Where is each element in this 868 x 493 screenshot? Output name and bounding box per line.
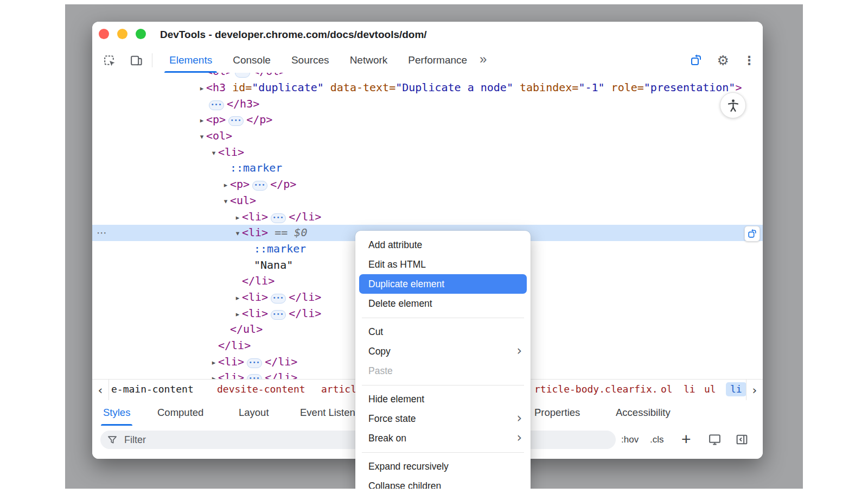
menu-item-delete-element[interactable]: Delete element [355, 294, 531, 313]
collapsed-arrow-icon[interactable]: ▸ [233, 306, 242, 323]
collapsed-arrow-icon[interactable]: ▸ [197, 80, 206, 97]
breadcrumb-scroll-left-icon[interactable]: ‹ [92, 380, 109, 400]
scroll-into-view-badge-icon[interactable] [744, 226, 760, 242]
dom-row-content: ::marker [230, 161, 282, 174]
dom-row[interactable]: <ol>•••</ol> [92, 73, 763, 80]
code-token: <ul> [230, 194, 256, 207]
collapsed-arrow-icon[interactable]: ▸ [209, 355, 218, 371]
code-token: <li> [242, 290, 268, 304]
collapsed-arrow-icon[interactable]: ▸ [209, 370, 218, 379]
inline-ellipsis-icon[interactable]: ••• [271, 310, 286, 320]
dom-row-content: "Nana" [254, 258, 293, 271]
collapsed-arrow-icon[interactable]: ▸ [233, 210, 242, 226]
desktop-backdrop: DevTools - developer.chrome.com/docs/dev… [65, 4, 803, 489]
pane-tab-properties[interactable]: Properties [534, 400, 580, 426]
pane-tab-layout[interactable]: Layout [239, 400, 269, 426]
dom-row[interactable]: ▾<li> [92, 144, 763, 161]
element-overlay-icon[interactable] [689, 53, 703, 67]
menu-item-copy[interactable]: Copy› [355, 342, 531, 361]
expanded-arrow-icon[interactable]: ▾ [197, 129, 206, 145]
kebab-menu-icon[interactable]: ⋮ [743, 54, 755, 67]
code-token: </ol> [253, 73, 285, 78]
more-tabs-icon[interactable]: » [480, 52, 487, 67]
breadcrumb-item-e-main-content[interactable]: e-main-content [111, 380, 194, 399]
inline-ellipsis-icon[interactable]: ••• [235, 73, 250, 78]
new-style-rule-icon[interactable]: + [681, 426, 691, 454]
menu-item-label: Paste [368, 365, 393, 376]
dom-row[interactable]: ▾<ul> [92, 193, 763, 209]
close-button[interactable] [99, 29, 109, 39]
inline-ellipsis-icon[interactable]: ••• [271, 213, 286, 223]
dom-row-content: ▾<ol> [206, 129, 232, 142]
minimize-button[interactable] [117, 29, 127, 39]
breadcrumb-item-ul[interactable]: ul [704, 380, 716, 399]
dom-row[interactable]: ▸<li>•••</li> [92, 209, 763, 225]
dom-row-content: ▸<li>•••</li> [242, 210, 321, 223]
dom-row[interactable]: ▸<h3 id="duplicate" data-text="Duplicate… [92, 80, 763, 96]
inline-ellipsis-icon[interactable]: ••• [209, 100, 224, 110]
expanded-arrow-icon[interactable]: ▾ [209, 145, 218, 161]
code-token: ::marker [230, 161, 282, 174]
menu-item-label: Edit as HTML [368, 259, 426, 270]
device-toolbar-icon[interactable] [129, 53, 143, 67]
row-overflow-menu-icon[interactable]: ⋯ [97, 225, 107, 241]
dom-row-content: ▸<li>•••</li> [218, 355, 297, 368]
dom-row[interactable]: ::marker [92, 160, 763, 176]
breadcrumb-item-li[interactable]: li [726, 382, 746, 396]
tab-console[interactable]: Console [222, 48, 281, 73]
breadcrumb-item-ol[interactable]: ol [661, 380, 673, 399]
menu-item-collapse-children[interactable]: Collapse children [355, 476, 531, 489]
dom-row[interactable]: ▸<p>•••</p> [92, 176, 763, 193]
inspect-element-icon[interactable] [102, 53, 116, 67]
expanded-arrow-icon[interactable]: ▾ [221, 193, 230, 210]
collapsed-arrow-icon[interactable]: ▸ [197, 112, 206, 129]
dom-row[interactable]: ▸<p>•••</p> [92, 112, 763, 128]
dom-row[interactable]: ▾<ol> [92, 128, 763, 144]
code-token: </li> [218, 339, 251, 352]
dom-row-content: </li> [218, 339, 251, 352]
dom-row-content: ▸<p>•••</p> [230, 178, 296, 191]
inline-ellipsis-icon[interactable]: ••• [271, 294, 286, 304]
menu-item-cut[interactable]: Cut [355, 322, 531, 342]
tab-elements[interactable]: Elements [159, 48, 222, 73]
dom-row[interactable]: •••</h3> [92, 96, 763, 112]
rendering-emulation-icon[interactable] [708, 433, 722, 448]
breadcrumb-scroll-right-icon[interactable]: › [746, 380, 763, 400]
menu-item-expand-recursively[interactable]: Expand recursively [355, 457, 531, 476]
menu-item-paste[interactable]: Paste [355, 361, 531, 381]
settings-gear-icon[interactable]: ⚙ [717, 53, 729, 68]
collapsed-arrow-icon[interactable]: ▸ [221, 177, 230, 193]
code-token: > [735, 81, 742, 94]
code-token: "duplicate" [252, 81, 323, 94]
menu-divider [362, 318, 524, 318]
menu-item-break-on[interactable]: Break on› [355, 428, 531, 448]
pane-tab-accessibility[interactable]: Accessibility [616, 400, 671, 426]
menu-item-add-attribute[interactable]: Add attribute [355, 235, 531, 255]
zoom-button[interactable] [136, 29, 146, 39]
tab-network[interactable]: Network [340, 48, 398, 73]
breadcrumb-item-devsite-content[interactable]: devsite-content [217, 380, 305, 399]
breadcrumb-item-articl[interactable]: articl [321, 380, 356, 399]
tab-sources[interactable]: Sources [281, 48, 340, 73]
toggle-sidebar-icon[interactable] [735, 433, 749, 448]
menu-item-hide-element[interactable]: Hide element [355, 389, 531, 409]
tab-performance[interactable]: Performance [398, 48, 477, 73]
breadcrumb-item-li[interactable]: li [684, 380, 695, 399]
collapsed-arrow-icon[interactable]: ▸ [233, 290, 242, 306]
pane-tab-computed[interactable]: Computed [157, 400, 203, 426]
breadcrumb-item-rticle-body-clearfix[interactable]: rticle-body.clearfix. [534, 380, 658, 399]
expanded-arrow-icon[interactable]: ▾ [233, 225, 242, 242]
pane-tab-styles[interactable]: Styles [103, 400, 130, 426]
inline-ellipsis-icon[interactable]: ••• [247, 358, 262, 368]
toggle-class-button[interactable]: .cls [650, 426, 664, 454]
toggle-hover-state-button[interactable]: :hov [621, 426, 639, 454]
menu-item-force-state[interactable]: Force state› [355, 409, 531, 428]
inline-ellipsis-icon[interactable]: ••• [228, 116, 244, 126]
code-token: <li> [218, 146, 244, 159]
menu-item-duplicate-element[interactable]: Duplicate element [359, 274, 527, 294]
code-token: </li> [289, 307, 321, 320]
inline-ellipsis-icon[interactable]: ••• [247, 374, 262, 379]
menu-item-edit-as-html[interactable]: Edit as HTML [355, 255, 531, 274]
inline-ellipsis-icon[interactable]: ••• [252, 181, 267, 191]
accessibility-person-icon[interactable] [720, 92, 746, 118]
